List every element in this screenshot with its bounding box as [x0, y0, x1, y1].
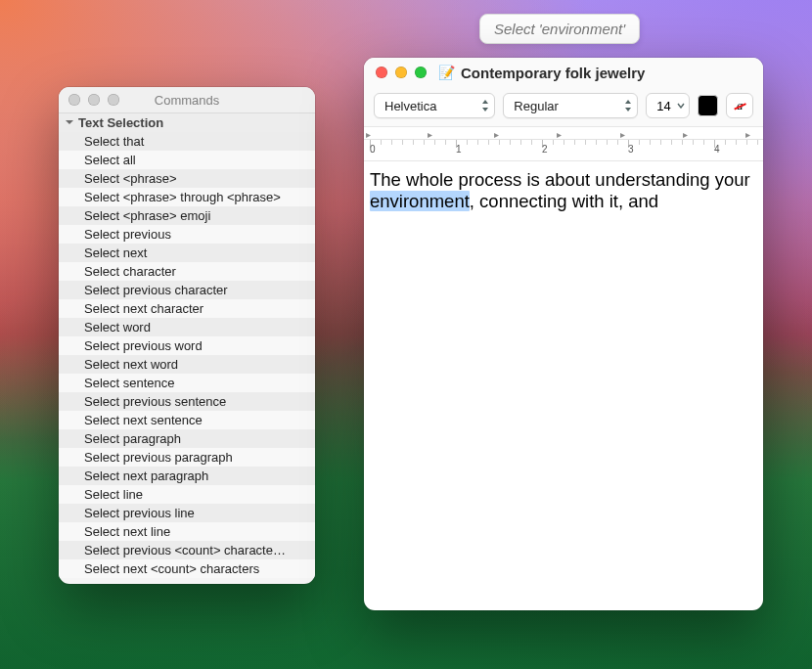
font-family-select[interactable]: Helvetica: [374, 93, 495, 118]
ruler-tick: [434, 140, 435, 145]
voice-command-tooltip-text: Select 'environment': [494, 21, 625, 37]
close-icon[interactable]: [68, 94, 80, 106]
ruler-tick: [520, 140, 521, 145]
ruler-tick: [531, 140, 532, 145]
font-style-select[interactable]: Regular: [503, 93, 638, 118]
command-item[interactable]: Select previous <count> characte…: [59, 541, 315, 559]
clear-formatting-icon: a: [737, 98, 744, 113]
close-icon[interactable]: [376, 67, 387, 78]
text-color-swatch[interactable]: [698, 95, 719, 116]
commands-list: Select thatSelect allSelect <phrase>Sele…: [59, 132, 315, 578]
ruler-label: 2: [542, 144, 548, 155]
command-item[interactable]: Select <phrase>: [59, 169, 315, 188]
document-body[interactable]: The whole process is about understanding…: [364, 161, 763, 224]
command-item[interactable]: Select character: [59, 262, 315, 281]
chevron-down-icon: [65, 115, 78, 130]
command-item[interactable]: Select previous line: [59, 504, 315, 522]
ruler[interactable]: ▸▸▸▸▸▸▸ 01234: [364, 126, 763, 161]
document-icon: 📝: [438, 66, 455, 79]
ruler-tick: [381, 140, 382, 145]
command-item[interactable]: Select previous sentence: [59, 392, 315, 411]
ruler-tick: [585, 140, 586, 145]
command-item[interactable]: Select <phrase> emoji: [59, 206, 315, 225]
command-item[interactable]: Select previous word: [59, 336, 315, 355]
ruler-tick: [703, 140, 704, 145]
command-item[interactable]: Select sentence: [59, 374, 315, 392]
command-item[interactable]: Select paragraph: [59, 429, 315, 448]
ruler-tick: [510, 140, 511, 145]
ruler-tick: [391, 140, 392, 145]
ruler-tick: [402, 140, 403, 145]
ruler-tick: [445, 140, 446, 145]
command-item[interactable]: Select previous paragraph: [59, 448, 315, 467]
ruler-tick: [639, 140, 640, 145]
ruler-label: 0: [370, 144, 376, 155]
ruler-label: 3: [628, 144, 634, 155]
clear-formatting-button[interactable]: a: [726, 93, 753, 118]
command-item[interactable]: Select line: [59, 485, 315, 504]
ruler-tick: [617, 140, 618, 145]
command-item[interactable]: Select next sentence: [59, 411, 315, 429]
ruler-tick: [553, 140, 554, 145]
command-item[interactable]: Select word: [59, 318, 315, 336]
command-item[interactable]: Select next word: [59, 355, 315, 374]
command-item[interactable]: Select next character: [59, 299, 315, 318]
updown-icon: [481, 100, 489, 112]
commands-section-label: Text Selection: [78, 115, 163, 130]
ruler-tick: [413, 140, 414, 145]
command-item[interactable]: Select next paragraph: [59, 467, 315, 485]
ruler-tick: [424, 140, 425, 145]
font-size-value: 14: [656, 99, 670, 113]
ruler-tick: [682, 140, 683, 145]
commands-window: Commands Text Selection Select thatSelec…: [59, 87, 315, 584]
zoom-icon[interactable]: [415, 67, 427, 78]
minimize-icon[interactable]: [88, 94, 100, 106]
commands-titlebar[interactable]: Commands: [59, 87, 315, 113]
zoom-icon[interactable]: [108, 94, 119, 106]
ruler-tick: [671, 140, 672, 145]
command-item[interactable]: Select next <count> characters: [59, 559, 315, 578]
body-text-post: , connecting with it, and: [470, 191, 658, 211]
command-item[interactable]: Select that: [59, 132, 315, 151]
ruler-tick: [693, 140, 694, 145]
font-family-value: Helvetica: [384, 99, 436, 113]
ruler-tick: [736, 140, 737, 145]
command-item[interactable]: Select all: [59, 151, 315, 169]
font-style-value: Regular: [514, 99, 559, 113]
ruler-tick: [746, 140, 747, 145]
ruler-tick: [564, 140, 564, 145]
commands-section-header[interactable]: Text Selection: [59, 113, 315, 132]
ruler-tick: [467, 140, 468, 145]
document-title: Contemporary folk jewelry: [461, 65, 645, 81]
ruler-tick: [574, 140, 575, 145]
body-text-pre: The whole process is about understanding…: [370, 169, 750, 190]
command-item[interactable]: Select <phrase> through <phrase>: [59, 188, 315, 206]
ruler-label: 1: [456, 144, 462, 155]
command-item[interactable]: Select next: [59, 244, 315, 262]
editor-toolbar: Helvetica Regular 14 a: [364, 87, 763, 126]
minimize-icon[interactable]: [395, 67, 407, 78]
ruler-tick: [499, 140, 500, 145]
editor-window: 📝 Contemporary folk jewelry Helvetica Re…: [364, 58, 763, 610]
chevron-down-icon: [677, 103, 685, 109]
ruler-tick: [488, 140, 489, 145]
command-item[interactable]: Select previous: [59, 225, 315, 244]
command-item[interactable]: Select next line: [59, 522, 315, 541]
ruler-tick: [757, 140, 758, 145]
font-size-stepper[interactable]: 14: [646, 93, 689, 118]
editor-titlebar[interactable]: 📝 Contemporary folk jewelry: [364, 58, 763, 87]
ruler-label: 4: [714, 144, 720, 155]
ruler-tick: [596, 140, 597, 145]
ruler-tick: [660, 140, 661, 145]
ruler-tick: [650, 140, 651, 145]
voice-command-tooltip: Select 'environment': [479, 14, 640, 44]
ruler-tick: [607, 140, 608, 145]
ruler-tick: [725, 140, 726, 145]
body-text-selection: environment: [370, 191, 470, 211]
command-item[interactable]: Select previous character: [59, 281, 315, 299]
updown-icon: [624, 100, 632, 112]
ruler-tick: [477, 140, 478, 145]
